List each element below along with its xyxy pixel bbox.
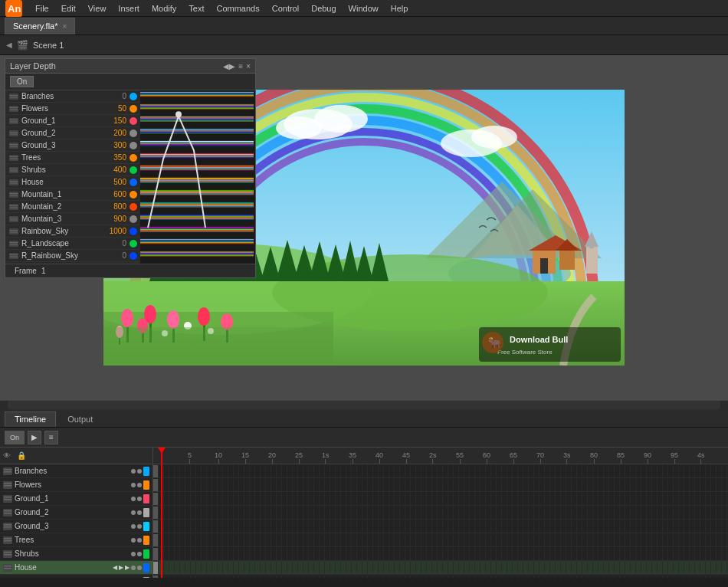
- menu-window[interactable]: Window: [343, 2, 385, 15]
- frame-cell[interactable]: [556, 493, 561, 505]
- frame-cell[interactable]: [700, 493, 706, 505]
- frame-cell[interactable]: [175, 507, 180, 519]
- frame-cell[interactable]: [416, 576, 421, 579]
- frame-cell[interactable]: [346, 507, 352, 519]
- frame-cell[interactable]: [523, 520, 529, 533]
- frame-cell[interactable]: [352, 562, 357, 574]
- frame-cell[interactable]: [663, 576, 668, 579]
- frame-cell[interactable]: [384, 507, 389, 519]
- frame-cell[interactable]: [234, 576, 239, 579]
- frame-cell[interactable]: [695, 493, 700, 505]
- tab-timeline[interactable]: Timeline: [5, 412, 56, 427]
- frame-cell[interactable]: [566, 493, 572, 505]
- frame-cell[interactable]: [169, 534, 175, 546]
- frame-cell[interactable]: [427, 493, 432, 505]
- frame-cell[interactable]: [657, 465, 663, 477]
- frame-cell[interactable]: [593, 562, 598, 574]
- frame-cell[interactable]: [352, 534, 357, 546]
- frame-cell[interactable]: [223, 548, 228, 560]
- frame-cell[interactable]: [287, 479, 293, 491]
- tl-lock-dot[interactable]: [137, 552, 142, 556]
- frame-cell[interactable]: [454, 576, 459, 579]
- frame-cell[interactable]: [572, 548, 577, 560]
- frame-cell[interactable]: [561, 534, 566, 546]
- tl-layer-row[interactable]: Ground_1: [0, 492, 152, 506]
- frame-cell[interactable]: [277, 520, 282, 533]
- frame-cell[interactable]: [454, 465, 459, 477]
- frame-cell[interactable]: [202, 548, 207, 560]
- frame-cell[interactable]: [556, 465, 561, 477]
- frame-cell[interactable]: [293, 534, 298, 546]
- frame-cell[interactable]: [588, 576, 593, 579]
- frame-cell[interactable]: [454, 493, 459, 505]
- frame-cell[interactable]: [507, 507, 513, 519]
- frame-cell[interactable]: [185, 534, 191, 546]
- frame-cell[interactable]: [255, 507, 261, 519]
- frame-cell[interactable]: [497, 534, 502, 546]
- frame-cell[interactable]: [717, 562, 722, 574]
- frame-cell[interactable]: [228, 493, 234, 505]
- frame-cell[interactable]: [513, 562, 518, 574]
- frame-cell[interactable]: [234, 493, 239, 505]
- frame-cell[interactable]: [561, 562, 566, 574]
- frame-cell[interactable]: [464, 479, 470, 491]
- frame-cell[interactable]: [706, 534, 711, 546]
- frame-cell[interactable]: [298, 548, 303, 560]
- tl-visibility-dot[interactable]: [131, 524, 136, 529]
- frame-cell[interactable]: [250, 479, 255, 491]
- frame-cell[interactable]: [411, 576, 416, 579]
- layer-depth-on-button[interactable]: On: [10, 76, 34, 87]
- frame-cell[interactable]: [620, 479, 625, 491]
- tl-layer-row[interactable]: Flowers: [0, 478, 152, 492]
- frame-cell[interactable]: [486, 465, 491, 477]
- frame-cell[interactable]: [298, 576, 303, 579]
- frame-cell[interactable]: [218, 493, 223, 505]
- frame-cell[interactable]: [325, 562, 330, 574]
- frame-cell[interactable]: [336, 479, 341, 491]
- frame-cell[interactable]: [320, 534, 325, 546]
- frame-cell[interactable]: [717, 534, 722, 546]
- frame-cell[interactable]: [700, 534, 706, 546]
- frame-cell[interactable]: [400, 507, 405, 519]
- frame-cell[interactable]: [652, 493, 657, 505]
- frame-cell[interactable]: [320, 479, 325, 491]
- frame-cell[interactable]: [416, 479, 421, 491]
- frame-cell[interactable]: [202, 507, 207, 519]
- frame-cell[interactable]: [497, 493, 502, 505]
- frame-cell[interactable]: [523, 493, 529, 505]
- frame-cell[interactable]: [572, 534, 577, 546]
- frame-cell[interactable]: [180, 548, 185, 560]
- frame-cell[interactable]: [588, 507, 593, 519]
- frame-cell[interactable]: [443, 576, 448, 579]
- tl-lock-dot[interactable]: [137, 510, 142, 515]
- frame-cell[interactable]: [164, 562, 169, 574]
- frame-cell[interactable]: [169, 548, 175, 560]
- frame-cell[interactable]: [175, 493, 180, 505]
- frame-cell[interactable]: [218, 520, 223, 533]
- frame-cell[interactable]: [191, 493, 196, 505]
- frame-cell[interactable]: [561, 520, 566, 533]
- frame-cell[interactable]: [679, 576, 684, 579]
- frame-cell[interactable]: [711, 562, 717, 574]
- frame-cell[interactable]: [641, 479, 647, 491]
- frame-cell[interactable]: [277, 493, 282, 505]
- frame-cell[interactable]: [395, 479, 400, 491]
- frame-cell[interactable]: [470, 548, 475, 560]
- frame-cell[interactable]: [593, 507, 598, 519]
- frame-cell[interactable]: [228, 576, 234, 579]
- frame-cell[interactable]: [175, 479, 180, 491]
- frame-cell[interactable]: [346, 465, 352, 477]
- frame-cell[interactable]: [470, 562, 475, 574]
- frame-cell[interactable]: [722, 548, 727, 560]
- frame-cell[interactable]: [159, 465, 164, 477]
- frame-cell[interactable]: [609, 507, 615, 519]
- frame-cell[interactable]: [534, 520, 539, 533]
- tl-layer-row[interactable]: Trees: [0, 533, 152, 547]
- tl-visibility-dot[interactable]: [131, 510, 136, 515]
- frame-cell[interactable]: [314, 520, 320, 533]
- frame-cell[interactable]: [336, 465, 341, 477]
- tl-layer-row[interactable]: House ◀ ▶ ▶: [0, 561, 152, 575]
- frame-cell[interactable]: [282, 507, 287, 519]
- frame-cell[interactable]: [416, 465, 421, 477]
- frame-cell[interactable]: [438, 507, 443, 519]
